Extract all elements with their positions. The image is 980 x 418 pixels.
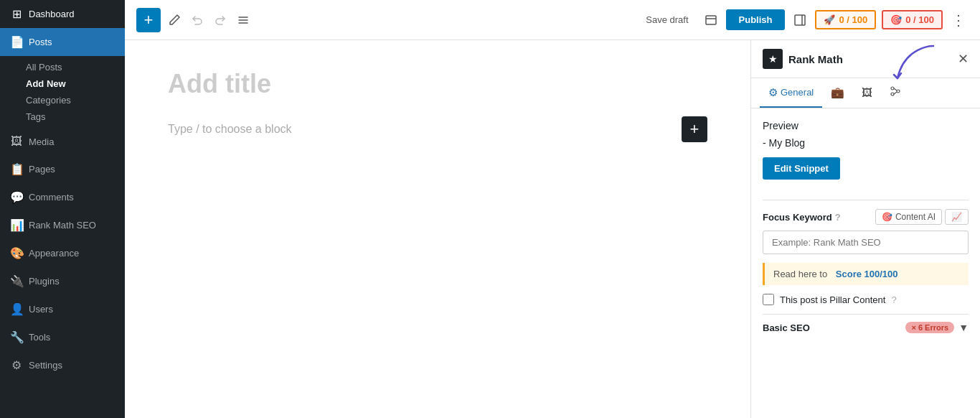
pillar-content-label: This post is Pillar Content [780, 294, 885, 305]
pencil-icon [168, 14, 181, 27]
readability-score-value: 0 / 100 [905, 14, 934, 25]
svg-rect-3 [706, 16, 716, 24]
readability-score-icon: 🎯 [890, 14, 902, 25]
sidebar-item-comments[interactable]: 💬 Comments [0, 183, 125, 211]
sidebar-item-label: Media [29, 136, 54, 147]
plugins-icon: 🔌 [10, 274, 23, 288]
pillar-help-icon[interactable]: ? [891, 294, 896, 305]
editor-body: Type / to choose a block + [168, 116, 707, 142]
redo-button[interactable] [211, 11, 230, 29]
dashboard-icon: ⊞ [10, 7, 23, 21]
editor-area[interactable]: Add title Type / to choose a block + [125, 40, 750, 418]
list-icon [237, 14, 250, 27]
content-ai-actions: 🎯 Content AI 📈 [875, 209, 969, 225]
info-text: Read here to [773, 269, 827, 279]
sidebar-item-users[interactable]: 👤 Users [0, 295, 125, 323]
sidebar-item-pages[interactable]: 📋 Pages [0, 155, 125, 183]
sidebar-toggle-icon [793, 14, 806, 27]
svg-point-8 [897, 90, 900, 93]
focus-keyword-input[interactable] [763, 231, 969, 254]
users-icon: 👤 [10, 302, 23, 316]
seo-score-icon: 🚀 [824, 14, 835, 25]
tab-schema[interactable]: 🖼 [853, 79, 881, 107]
sidebar-item-settings[interactable]: ⚙ Settings [0, 351, 125, 379]
focus-keyword-row: Focus Keyword ? 🎯 Content AI 📈 [763, 209, 969, 225]
sidebar-item-label: Plugins [29, 276, 60, 287]
svg-point-9 [891, 93, 894, 96]
basic-seo-status: × 6 Errors ▼ [905, 322, 969, 333]
seo-score-button[interactable]: 🚀 0 / 100 [815, 10, 876, 29]
comments-icon: 💬 [10, 190, 23, 204]
sidebar-item-categories[interactable]: Categories [26, 92, 125, 108]
editor-title[interactable]: Add title [168, 69, 707, 99]
panel-star-button[interactable]: ★ [763, 49, 783, 69]
sidebar-item-posts[interactable]: 📄 Posts [0, 28, 125, 56]
tools-icon: 🔧 [10, 330, 23, 344]
info-banner: Read here to Score 100/100 [763, 263, 969, 285]
topbar: + [125, 0, 980, 40]
list-view-button[interactable] [234, 11, 253, 29]
preview-button[interactable] [702, 11, 720, 29]
sidebar-item-tags[interactable]: Tags [26, 108, 125, 125]
basic-seo-label: Basic SEO [763, 322, 810, 333]
sidebar-item-label: Posts [29, 37, 52, 47]
more-options-button[interactable]: ⋮ [948, 9, 969, 32]
redo-icon [214, 14, 227, 27]
add-block-button[interactable]: + [136, 8, 161, 32]
sidebar-item-all-posts[interactable]: All Posts [26, 59, 125, 75]
panel-tabs: ⚙ General 💼 🖼 [751, 78, 980, 108]
topbar-right: Save draft Publish 🚀 0 / 100 🎯 [639, 9, 969, 32]
tab-general[interactable]: ⚙ General [760, 79, 822, 108]
content-ai-button[interactable]: 🎯 Content AI [875, 209, 942, 225]
trend-button[interactable]: 📈 [945, 209, 969, 225]
readability-score-button[interactable]: 🎯 0 / 100 [882, 10, 943, 29]
toggle-sidebar-button[interactable] [791, 11, 809, 29]
focus-keyword-help-icon[interactable]: ? [835, 212, 841, 223]
panel-close-button[interactable]: ✕ [958, 51, 969, 67]
advanced-tab-icon [890, 85, 901, 99]
sidebar-item-label: Rank Math SEO [29, 220, 96, 231]
sidebar-item-label: Tools [29, 332, 50, 343]
tab-general-label: General [781, 87, 814, 98]
posts-icon: 📄 [10, 35, 23, 49]
preview-label: Preview [763, 120, 969, 131]
social-tab-icon: 💼 [831, 86, 844, 99]
editor-placeholder: Type / to choose a block [168, 123, 292, 136]
sidebar-item-plugins[interactable]: 🔌 Plugins [0, 267, 125, 295]
topbar-left: + [136, 8, 633, 32]
main-area: + [125, 0, 980, 418]
panel-content: Preview - My Blog Edit Snippet Focus Key… [751, 108, 980, 418]
publish-button[interactable]: Publish [726, 9, 786, 30]
content-ai-icon: 🎯 [882, 212, 892, 222]
sidebar-item-add-new[interactable]: Add New [26, 75, 125, 92]
rank-math-panel: ★ Rank Math ✕ ⚙ General 💼 🖼 [750, 40, 980, 418]
settings-icon: ⚙ [10, 358, 23, 372]
undo-icon [191, 14, 204, 27]
sidebar-sub-posts: All Posts Add New Categories Tags [0, 56, 125, 128]
sidebar-item-media[interactable]: 🖼 Media [0, 128, 125, 155]
appearance-icon: 🎨 [10, 246, 23, 260]
edit-mode-button[interactable] [165, 11, 184, 29]
edit-snippet-button[interactable]: Edit Snippet [763, 157, 840, 180]
basic-seo-row[interactable]: Basic SEO × 6 Errors ▼ [763, 314, 969, 340]
sidebar: ⊞ Dashboard 📄 Posts All Posts Add New Ca… [0, 0, 125, 418]
score-link[interactable]: Score 100/100 [836, 269, 898, 279]
add-block-inline-button[interactable]: + [682, 116, 707, 142]
error-badge: × 6 Errors [905, 322, 954, 333]
pillar-content-checkbox[interactable] [763, 294, 774, 305]
tab-social[interactable]: 💼 [822, 79, 853, 108]
undo-button[interactable] [188, 11, 207, 29]
tab-advanced[interactable] [881, 78, 910, 108]
sidebar-item-dashboard[interactable]: ⊞ Dashboard [0, 0, 125, 28]
save-draft-button[interactable]: Save draft [639, 10, 695, 29]
sidebar-item-label: Pages [29, 164, 55, 175]
sidebar-item-rank-math[interactable]: 📊 Rank Math SEO [0, 211, 125, 239]
sidebar-item-label: Appearance [29, 248, 79, 259]
preview-blog: - My Blog [763, 137, 969, 149]
sidebar-item-label: Users [29, 304, 53, 315]
sidebar-item-label: Settings [29, 360, 62, 371]
pages-icon: 📋 [10, 162, 23, 176]
sidebar-item-tools[interactable]: 🔧 Tools [0, 323, 125, 351]
sidebar-item-appearance[interactable]: 🎨 Appearance [0, 239, 125, 267]
svg-line-11 [894, 92, 897, 94]
